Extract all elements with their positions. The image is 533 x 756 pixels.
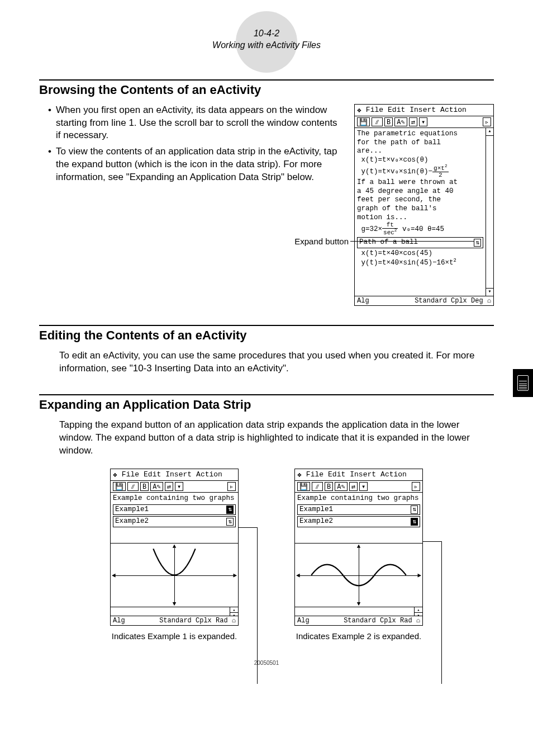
section-title-expanding: Expanding an Application Data Strip xyxy=(39,398,494,412)
link-icon[interactable]: ⇄ xyxy=(409,117,417,126)
more-icon[interactable]: ▹ xyxy=(227,482,236,491)
page-title: Working with eActivity Files xyxy=(39,40,494,51)
calc-screen: ❖ File Edit Insert Action 💾 ⫽ B A✎ ⇄ ▾ ▹ xyxy=(354,104,494,306)
status-bar: Alg Standard Cplx Rad ⌂ xyxy=(295,616,422,625)
menu-insert[interactable]: Insert xyxy=(165,470,192,479)
save-icon[interactable]: 💾 xyxy=(297,482,310,491)
page-number: 10-4-2 xyxy=(39,28,494,40)
stepper-down-icon[interactable]: ▾ xyxy=(230,613,238,618)
strip-label: Example1 xyxy=(115,505,149,514)
caption-ex2: Indicates Example 2 is expanded. xyxy=(296,631,421,641)
status-left: Alg xyxy=(297,617,310,625)
menu-edit[interactable]: Edit xyxy=(328,470,345,479)
paste-icon[interactable]: ⫽ xyxy=(312,482,323,491)
equation: y(t)=t×v₀×sin(θ)−g×t22 xyxy=(357,164,483,178)
pencil-icon[interactable]: A✎ xyxy=(335,482,347,491)
save-icon[interactable]: 💾 xyxy=(113,482,126,491)
menu-file[interactable]: File xyxy=(366,106,383,114)
page-header: 10-4-2 Working with eActivity Files xyxy=(39,28,494,51)
menu-edit[interactable]: Edit xyxy=(388,106,405,114)
status-bar: Alg Standard Cplx Rad ⌂ xyxy=(111,616,238,625)
dropdown-icon[interactable]: ▾ xyxy=(419,117,427,126)
more-icon[interactable]: ▹ xyxy=(412,482,420,491)
example2-column: ❖ File Edit Insert Action 💾 ⫽ B A✎ ⇄ ▾ ▹ xyxy=(294,469,423,641)
stepper-up-icon[interactable]: ▴ xyxy=(230,607,238,613)
section-title-editing: Editing the Contents of an eActivity xyxy=(39,328,494,343)
logo-icon: ❖ xyxy=(113,470,117,479)
pencil-icon[interactable]: A✎ xyxy=(150,482,163,491)
section-expanding: Expanding an Application Data Strip Tapp… xyxy=(39,394,494,641)
toolbar: 💾 ⫽ B A✎ ⇄ ▾ ▹ xyxy=(111,480,238,493)
dropdown-icon[interactable]: ▾ xyxy=(175,482,183,491)
menu-file[interactable]: File xyxy=(306,470,323,479)
expand-icon[interactable]: ⇅ xyxy=(474,239,481,247)
menu-edit[interactable]: Edit xyxy=(144,470,161,479)
data-strip[interactable]: Path of a ball ⇅ xyxy=(357,237,483,248)
expand-icon[interactable]: ⇅ xyxy=(226,518,234,526)
text-line: The parametric equations xyxy=(357,130,483,139)
graph-input[interactable] xyxy=(111,607,230,616)
section-browsing: Browsing the Contents of an eActivity Wh… xyxy=(39,79,494,306)
pencil-icon[interactable]: A✎ xyxy=(394,117,407,126)
bold-button[interactable]: B xyxy=(140,482,149,491)
strip-label: Example2 xyxy=(115,517,149,526)
scroll-up-icon[interactable]: ▴ xyxy=(486,128,493,136)
status-left: Alg xyxy=(357,297,369,305)
data-strip-ex1[interactable]: Example1 ⇅ xyxy=(113,504,236,516)
bold-button[interactable]: B xyxy=(325,482,333,491)
graph-area: ▲▼ ◀▶ ▴ ▾ xyxy=(111,543,238,616)
menubar: ❖ File Edit Insert Action xyxy=(295,469,422,480)
expand-icon[interactable]: ⇅ xyxy=(226,505,234,513)
status-right: Standard Cplx Rad ⌂ xyxy=(159,617,236,625)
text-line: are... xyxy=(357,147,483,156)
strip-label: Path of a ball xyxy=(359,238,418,247)
menu-action[interactable]: Action xyxy=(440,106,467,114)
callout-line xyxy=(350,241,474,242)
section-editing: Editing the Contents of an eActivity To … xyxy=(39,325,494,375)
stepper-up-icon[interactable]: ▴ xyxy=(415,607,422,613)
paste-icon[interactable]: ⫽ xyxy=(372,117,383,126)
text-line: Example containing two graphs xyxy=(297,494,420,503)
section-title-browsing: Browsing the Contents of an eActivity xyxy=(39,83,494,97)
graph-area: ▲▼ ◀▶ ▴ ▾ xyxy=(295,543,422,616)
text-line: a 45 degree angle at 40 xyxy=(357,187,483,196)
menu-file[interactable]: File xyxy=(122,470,139,479)
more-icon[interactable]: ▹ xyxy=(483,117,491,126)
expand-icon[interactable]: ⇅ xyxy=(411,518,418,526)
bold-button[interactable]: B xyxy=(384,117,393,126)
scroll-down-icon[interactable]: ▾ xyxy=(486,288,493,296)
menu-insert[interactable]: Insert xyxy=(350,470,376,479)
data-strip-ex2[interactable]: Example2 ⇅ xyxy=(297,516,420,527)
callout-line xyxy=(239,527,258,528)
menu-action[interactable]: Action xyxy=(380,470,407,479)
expand-callout-label: Expand button xyxy=(294,237,349,246)
expand-icon[interactable]: ⇅ xyxy=(411,505,418,513)
text-line: Example containing two graphs xyxy=(113,494,236,503)
toolbar: 💾 ⫽ B A✎ ⇄ ▾ ▹ xyxy=(295,480,422,493)
status-right: Standard Cplx Deg ⌂ xyxy=(415,297,491,305)
data-strip-ex2[interactable]: Example2 ⇅ xyxy=(113,516,236,527)
rule xyxy=(39,394,494,395)
dropdown-icon[interactable]: ▾ xyxy=(359,482,368,491)
save-icon[interactable]: 💾 xyxy=(357,117,370,126)
bullet-item: When you first open an eActivity, its da… xyxy=(56,104,343,143)
status-bar: Alg Standard Cplx Deg ⌂ xyxy=(355,296,493,305)
link-icon[interactable]: ⇄ xyxy=(165,482,173,491)
callout-line xyxy=(257,527,258,684)
paragraph: To edit an eActivity, you can use the sa… xyxy=(59,349,494,375)
graph-input[interactable] xyxy=(295,607,415,616)
menu-insert[interactable]: Insert xyxy=(410,106,436,114)
example1-column: ❖ File Edit Insert Action 💾 ⫽ B A✎ ⇄ ▾ ▹ xyxy=(110,469,239,641)
menubar: ❖ File Edit Insert Action xyxy=(111,469,238,480)
caption-ex1: Indicates Example 1 is expanded. xyxy=(112,631,237,641)
stepper-down-icon[interactable]: ▾ xyxy=(415,613,422,618)
menubar: ❖ File Edit Insert Action xyxy=(355,105,493,116)
menu-action[interactable]: Action xyxy=(196,470,222,479)
callout-line xyxy=(423,541,442,542)
scrollbar[interactable]: ▴ ▾ xyxy=(486,128,493,296)
data-strip-ex1[interactable]: Example1 ⇅ xyxy=(297,504,420,516)
link-icon[interactable]: ⇄ xyxy=(349,482,358,491)
equation: x(t)=t×40×cos(45) xyxy=(357,249,483,258)
paste-icon[interactable]: ⫽ xyxy=(127,482,139,491)
toolbar: 💾 ⫽ B A✎ ⇄ ▾ ▹ xyxy=(355,116,493,128)
